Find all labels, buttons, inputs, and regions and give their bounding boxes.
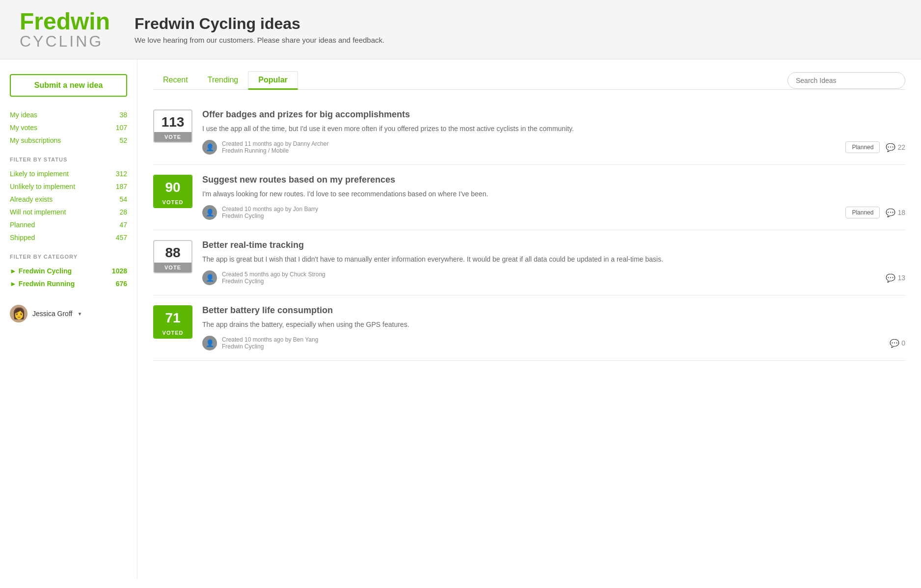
sidebar: Submit a new idea My ideas 38 My votes 1…	[0, 59, 137, 579]
idea-title-1[interactable]: Offer badges and prizes for big accompli…	[202, 109, 905, 120]
comment-count-1: 💬 22	[886, 143, 905, 152]
vote-count-3: 88	[154, 241, 191, 263]
user-menu[interactable]: 👩 Jessica Groff ▼	[10, 305, 127, 322]
tab-recent[interactable]: Recent	[153, 72, 198, 90]
comment-icon: 💬	[886, 143, 895, 152]
comment-icon: 💬	[886, 208, 895, 217]
meta-right-1: Planned 💬 22	[845, 141, 905, 153]
vote-box-1[interactable]: 113 VOTE	[153, 109, 192, 143]
vote-label-4: VOTED	[154, 328, 191, 338]
idea-title-3[interactable]: Better real-time tracking	[202, 240, 905, 250]
idea-meta-2: 👤 Created 10 months ago by Jon Barry Fre…	[202, 205, 905, 220]
page-title: Fredwin Cycling ideas	[135, 15, 384, 33]
table-row: 90 VOTED Suggest new routes based on my …	[153, 165, 905, 230]
filter-already-exists[interactable]: Already exists 54	[10, 193, 127, 206]
meta-category-2: Fredwin Cycling	[222, 213, 318, 219]
idea-content-3: Better real-time tracking The app is gre…	[202, 240, 905, 285]
meta-right-3: 💬 13	[886, 273, 905, 283]
meta-category-1: Fredwin Running / Mobile	[222, 147, 328, 154]
logo-cycling: CYCLING	[20, 33, 103, 49]
avatar: 👤	[202, 205, 217, 220]
meta-right-4: 💬 0	[890, 339, 905, 348]
filter-status-label: FILTER BY STATUS	[10, 157, 127, 162]
idea-title-4[interactable]: Better battery life consumption	[202, 305, 905, 316]
idea-body-2: I'm always looking for new routes. I'd l…	[202, 189, 905, 199]
vote-box-3[interactable]: 88 VOTE	[153, 240, 192, 273]
status-badge-2: Planned	[845, 207, 880, 218]
vote-label-3: VOTE	[154, 263, 191, 272]
comment-count-2: 💬 18	[886, 208, 905, 217]
header-text: Fredwin Cycling ideas We love hearing fr…	[135, 15, 384, 44]
chevron-right-icon: ►	[10, 280, 17, 288]
idea-meta-3: 👤 Created 5 months ago by Chuck Strong F…	[202, 270, 905, 285]
table-row: 113 VOTE Offer badges and prizes for big…	[153, 100, 905, 165]
avatar: 👩	[10, 305, 27, 322]
vote-count-2: 90	[154, 176, 191, 197]
sidebar-item-my-votes[interactable]: My votes 107	[10, 121, 127, 134]
category-fredwin-cycling[interactable]: ►Fredwin Cycling 1028	[10, 265, 127, 277]
filter-shipped[interactable]: Shipped 457	[10, 231, 127, 244]
filter-will-not[interactable]: Will not implement 28	[10, 206, 127, 218]
vote-label-2: VOTED	[154, 197, 191, 207]
sidebar-links: My ideas 38 My votes 107 My subscription…	[10, 108, 127, 147]
tab-trending[interactable]: Trending	[198, 72, 248, 90]
filter-likely[interactable]: Likely to implement 312	[10, 167, 127, 180]
logo-area: Fredwin CYCLING	[20, 10, 110, 49]
category-fredwin-running[interactable]: ►Fredwin Running 676	[10, 277, 127, 290]
status-filters: Likely to implement 312 Unlikely to impl…	[10, 167, 127, 244]
vote-count-4: 71	[154, 306, 191, 328]
vote-label-1: VOTE	[154, 132, 191, 142]
idea-title-2[interactable]: Suggest new routes based on my preferenc…	[202, 175, 905, 185]
main-layout: Submit a new idea My ideas 38 My votes 1…	[0, 59, 921, 579]
idea-body-3: The app is great but I wish that I didn'…	[202, 254, 905, 265]
meta-created-2: Created 10 months ago by Jon Barry	[222, 206, 318, 213]
logo-fredwin: Fredwin	[20, 10, 110, 33]
sidebar-item-my-subscriptions[interactable]: My subscriptions 52	[10, 134, 127, 147]
idea-meta-4: 👤 Created 10 months ago by Ben Yang Fred…	[202, 336, 905, 350]
vote-box-4[interactable]: 71 VOTED	[153, 305, 192, 339]
filter-category-label: FILTER BY CATEGORY	[10, 254, 127, 260]
main-content: Recent Trending Popular 113 VOTE Offer b…	[137, 59, 921, 579]
meta-created-4: Created 10 months ago by Ben Yang	[222, 336, 318, 343]
dropdown-icon: ▼	[77, 311, 82, 317]
status-badge-1: Planned	[845, 141, 880, 153]
table-row: 71 VOTED Better battery life consumption…	[153, 295, 905, 361]
chevron-right-icon: ►	[10, 267, 17, 275]
idea-content-1: Offer badges and prizes for big accompli…	[202, 109, 905, 155]
comment-icon: 💬	[890, 339, 899, 348]
search-input[interactable]	[787, 72, 905, 89]
meta-left-4: 👤 Created 10 months ago by Ben Yang Fred…	[202, 336, 318, 350]
meta-created-3: Created 5 months ago by Chuck Strong	[222, 271, 325, 278]
idea-meta-1: 👤 Created 11 months ago by Danny Archer …	[202, 140, 905, 155]
submit-idea-button[interactable]: Submit a new idea	[10, 74, 127, 97]
meta-left-2: 👤 Created 10 months ago by Jon Barry Fre…	[202, 205, 318, 220]
meta-right-2: Planned 💬 18	[845, 207, 905, 218]
ideas-list: 113 VOTE Offer badges and prizes for big…	[153, 100, 905, 361]
page-subtitle: We love hearing from our customers. Plea…	[135, 36, 384, 44]
meta-created-1: Created 11 months ago by Danny Archer	[222, 140, 328, 147]
tab-popular[interactable]: Popular	[248, 71, 298, 90]
table-row: 88 VOTE Better real-time tracking The ap…	[153, 230, 905, 295]
filter-unlikely[interactable]: Unlikely to implement 187	[10, 180, 127, 193]
idea-body-1: I use the app all of the time, but I'd u…	[202, 124, 905, 134]
avatar: 👤	[202, 336, 217, 350]
tabs-bar: Recent Trending Popular	[153, 71, 905, 90]
page-header: Fredwin CYCLING Fredwin Cycling ideas We…	[0, 0, 921, 59]
avatar: 👤	[202, 140, 217, 155]
meta-left-3: 👤 Created 5 months ago by Chuck Strong F…	[202, 270, 325, 285]
idea-content-2: Suggest new routes based on my preferenc…	[202, 175, 905, 220]
meta-left-1: 👤 Created 11 months ago by Danny Archer …	[202, 140, 328, 155]
meta-category-4: Fredwin Cycling	[222, 343, 318, 350]
category-section: FILTER BY CATEGORY ►Fredwin Cycling 1028…	[10, 254, 127, 290]
idea-content-4: Better battery life consumption The app …	[202, 305, 905, 350]
meta-category-3: Fredwin Cycling	[222, 278, 325, 285]
sidebar-item-my-ideas[interactable]: My ideas 38	[10, 108, 127, 121]
vote-box-2[interactable]: 90 VOTED	[153, 175, 192, 208]
user-name: Jessica Groff	[32, 310, 72, 318]
comment-icon: 💬	[886, 273, 895, 283]
idea-body-4: The app drains the battery, especially w…	[202, 320, 905, 330]
avatar: 👤	[202, 270, 217, 285]
search-area	[787, 72, 905, 89]
vote-count-1: 113	[154, 110, 191, 132]
filter-planned[interactable]: Planned 47	[10, 218, 127, 231]
